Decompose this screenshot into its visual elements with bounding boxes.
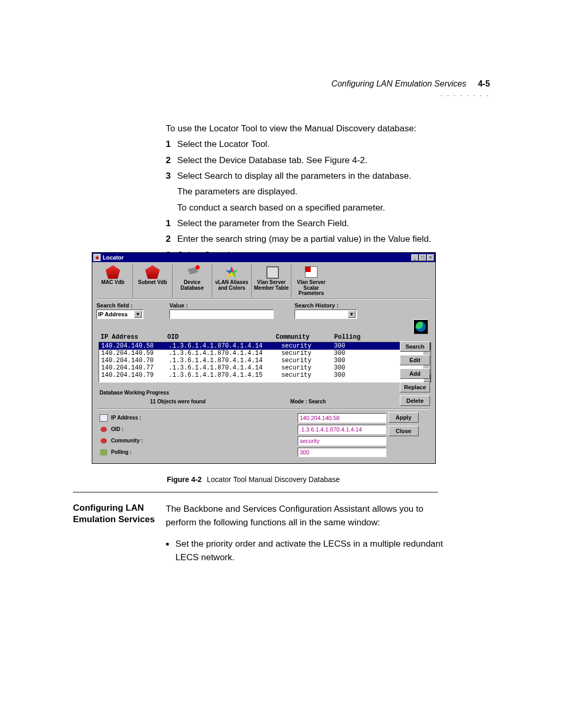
side-buttons: Search Edit Add Replace Delete [400, 341, 430, 406]
history-label: Search History : [295, 302, 362, 309]
oid-value[interactable]: .1.3.6.1.4.1.870.4.1.4.14 [298, 425, 386, 434]
polling-icon [100, 449, 108, 456]
table-row[interactable]: 140.204.140.58 .1.3.6.1.4.1.870.4.1.4.14… [99, 342, 422, 350]
configuring-lan-section: Configuring LAN Emulation Services The B… [73, 502, 454, 564]
results-list[interactable]: 140.204.140.58 .1.3.6.1.4.1.870.4.1.4.14… [99, 342, 423, 382]
chevron-down-icon[interactable]: ▼ [348, 311, 356, 318]
mode-text: Mode : Search [256, 399, 360, 404]
section-divider [73, 492, 438, 492]
ip-icon [100, 414, 108, 422]
objects-found-text: 11 Objects were found [100, 399, 256, 404]
toolbar: MAC Vdb Subnet Vdb Device Database vLAN … [92, 262, 435, 299]
search-field-label: Search field : [96, 302, 159, 309]
intro-line: To use the Locator Tool to view the Manu… [166, 122, 490, 135]
replace-button[interactable]: Replace [400, 382, 430, 392]
vlan-scalar-icon [304, 265, 319, 279]
steps-a: 1Select the Locator Tool. 2Select the De… [166, 138, 490, 183]
vlan-aliases-icon [225, 265, 239, 279]
list-headers: IP Address OID Community Polling [92, 321, 435, 342]
community-value[interactable]: security [298, 436, 386, 446]
page-content: Configuring LAN Emulation Services 4-5 ·… [73, 79, 490, 264]
vlan-member-icon [264, 265, 279, 279]
minimize-button[interactable]: _ [411, 254, 419, 261]
globe-icon[interactable] [413, 319, 428, 334]
running-header: Configuring LAN Emulation Services 4-5 [73, 79, 490, 89]
search-history-combo[interactable]: ▼ [295, 310, 357, 319]
value-label: Value : [169, 302, 279, 309]
tab-vlan-member[interactable]: Vlan Server Member Table [252, 264, 291, 298]
chapter-title: Configuring LAN Emulation Services [332, 79, 467, 88]
section-title: Configuring LAN Emulation Services [73, 502, 166, 564]
table-row[interactable]: 140.204.140.77 .1.3.6.1.4.1.870.4.1.4.14… [99, 364, 422, 372]
polling-value[interactable]: 300 [298, 448, 386, 457]
delete-button[interactable]: Delete [400, 396, 430, 406]
community-icon [100, 437, 108, 445]
tab-vlan-aliases[interactable]: vLAN Aliases and Colors [212, 264, 252, 298]
table-row[interactable]: 140.204.140.59 .1.3.6.1.4.1.870.4.1.4.14… [99, 350, 422, 357]
mac-vdb-icon [106, 265, 120, 279]
bullet-icon [166, 537, 176, 565]
titlebar[interactable]: ◆ Locator _ □ × [92, 253, 435, 262]
locator-window: ◆ Locator _ □ × MAC Vdb Subnet Vdb Devic… [92, 252, 436, 464]
ip-value[interactable]: 140.204.140.58 [298, 413, 386, 423]
subnet-vdb-icon [145, 265, 160, 279]
apply-button[interactable]: Apply [388, 412, 419, 423]
tab-device-database[interactable]: Device Database [173, 264, 212, 298]
value-input[interactable] [169, 310, 274, 319]
search-button[interactable]: Search [400, 341, 430, 352]
detail-panel: IP Address : OID : Community : Polling :… [92, 409, 435, 463]
tab-subnet-vdb[interactable]: Subnet Vdb [133, 264, 173, 298]
page-number: 4-5 [478, 79, 490, 88]
app-icon: ◆ [93, 254, 101, 261]
search-row: Search field : IP Address ▼ Value : Sear… [92, 299, 435, 321]
figure-caption: Figure 4-2 Locator Tool Manual Discovery… [167, 475, 340, 484]
close-button[interactable]: × [427, 254, 434, 261]
oid-icon [100, 426, 108, 433]
table-row[interactable]: 140.204.140.79 .1.3.6.1.4.1.870.4.1.4.15… [99, 372, 422, 379]
window-title: Locator [103, 254, 411, 261]
bullet-item: Set the priority order and activate the … [166, 537, 454, 565]
table-row[interactable]: 140.204.140.70 .1.3.6.1.4.1.870.4.1.4.14… [99, 357, 422, 364]
tab-vlan-scalar[interactable]: Vlan Server Scalar Prameters [291, 264, 331, 298]
device-database-icon [185, 265, 200, 279]
close-detail-button[interactable]: Close [388, 426, 419, 436]
section-para: The Backbone and Services Configuration … [166, 502, 454, 530]
maximize-button[interactable]: □ [419, 254, 426, 261]
database-working-progress-label: Database Working Progress [92, 382, 435, 397]
add-button[interactable]: Add [400, 368, 430, 379]
chevron-down-icon[interactable]: ▼ [134, 311, 142, 318]
search-field-combo[interactable]: IP Address ▼ [96, 310, 143, 319]
header-dots: · · · · · · · · [73, 92, 490, 99]
edit-button[interactable]: Edit [400, 355, 430, 365]
body-text: To use the Locator Tool to view the Manu… [166, 122, 490, 262]
tab-mac-vdb[interactable]: MAC Vdb [93, 264, 133, 298]
